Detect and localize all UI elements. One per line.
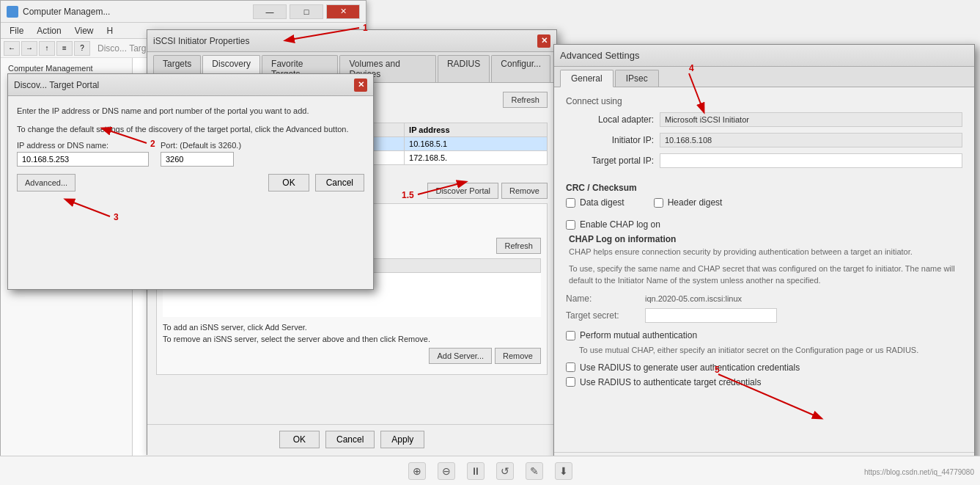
initiator-ip-label: Initiator IP: [566, 135, 654, 145]
connect-using-label: Connect using [566, 96, 962, 106]
taskbar: ⊕ ⊖ ⏸ ↺ ✎ ⬇ https://blog.csdn.net/iq_447… [0, 456, 980, 485]
discover-right-btns: OK Cancel [268, 174, 364, 192]
local-adapter-label: Local adapter: [566, 114, 654, 125]
header-digest-label: Header digest [668, 197, 723, 208]
cm-close-btn[interactable]: ✕ [326, 4, 360, 19]
cm-menu-view[interactable]: View [69, 24, 100, 37]
advanced-title: Advanced Settings [560, 50, 968, 61]
edit-btn[interactable]: ✎ [526, 462, 543, 480]
target-secret-input[interactable] [645, 308, 777, 323]
chap-logon-checkbox[interactable] [566, 220, 575, 230]
discover-text1: Enter the IP address or DNS name and por… [17, 105, 364, 117]
cm-menu-file[interactable]: File [4, 24, 29, 37]
discover-text2: To change the default settings of the di… [17, 123, 364, 136]
target-portal-ip-row: Target portal IP: [566, 153, 962, 168]
spacer [156, 381, 548, 416]
local-adapter-row: Local adapter: Microsoft iSCSI Initiator [566, 112, 962, 127]
portal-ip-2: 172.168.5. [405, 151, 548, 165]
ip-label: IP address or DNS name: [17, 141, 149, 150]
download-btn[interactable]: ⬇ [555, 462, 572, 480]
tab-radius[interactable]: RADIUS [438, 55, 490, 82]
add-server-btn[interactable]: Add Server... [429, 348, 492, 364]
radius-cred-row: Use RADIUS to generate user authenticati… [566, 362, 962, 373]
crc-section-label: CRC / Checksum [566, 183, 962, 193]
refresh-btn[interactable]: ↺ [496, 462, 514, 480]
crc-checkboxes: Data digest Header digest [566, 197, 962, 212]
isns-remove-text: To remove an iSNS server, select the ser… [163, 335, 541, 343]
port-input[interactable] [161, 152, 234, 167]
initiator-ip-value: 10.168.5.108 [660, 133, 962, 147]
mutual-auth-note: To use mutual CHAP, either specify an in… [579, 345, 962, 356]
portal-ip-1: 10.168.5.1 [405, 137, 548, 151]
iscsi-cancel-btn[interactable]: Cancel [325, 431, 375, 448]
radius-target-row: Use RADIUS to authenticate target creden… [566, 377, 962, 387]
cm-up-btn[interactable]: ↑ [39, 41, 55, 56]
chap-logon-row: Enable CHAP log on [566, 219, 962, 230]
data-digest-checkbox[interactable] [566, 198, 575, 208]
cm-list-btn[interactable]: ≡ [56, 41, 73, 56]
refresh-portals-btn[interactable]: Refresh [503, 92, 548, 108]
tab-config[interactable]: Configur... [491, 55, 550, 82]
discover-fields: IP address or DNS name: Port: (Default i… [17, 141, 364, 167]
zoom-out-btn[interactable]: ⊖ [438, 462, 455, 480]
name-row: Name: iqn.2020-05.com.iscsi:linux [566, 293, 962, 304]
cm-forward-btn[interactable]: → [21, 41, 37, 56]
isns-refresh-btn[interactable]: Refresh [496, 238, 541, 254]
mutual-auth-label: Perform mutual authentication [580, 330, 697, 340]
cm-menu-help[interactable]: H [101, 24, 119, 37]
isns-action-btns: Add Server... Remove [163, 348, 541, 364]
port-field: Port: (Default is 3260.) [161, 141, 241, 167]
name-label: Name: [566, 293, 639, 304]
discover-portal-btn[interactable]: Discover Portal [427, 183, 498, 199]
adv-tab-ipsec[interactable]: IPsec [615, 70, 659, 87]
discover-ok-btn[interactable]: OK [268, 174, 309, 192]
iscsi-ok-btn[interactable]: OK [279, 431, 320, 448]
cm-help-btn[interactable]: ? [74, 41, 90, 56]
discover-close-btn[interactable]: ✕ [354, 79, 367, 92]
radius-target-checkbox[interactable] [566, 377, 575, 387]
advanced-btn[interactable]: Advanced... [17, 174, 75, 192]
advanced-body: Connect using Local adapter: Microsoft i… [554, 87, 974, 453]
advanced-titlebar: Advanced Settings [554, 45, 974, 67]
header-digest-checkbox[interactable] [654, 198, 663, 208]
taskbar-url: https://blog.csdn.net/iq_44779080 [864, 468, 974, 476]
cm-back-btn[interactable]: ← [4, 41, 20, 56]
ip-input[interactable] [17, 152, 149, 167]
radius-cred-checkbox[interactable] [566, 362, 575, 372]
discover-body: Enter the IP address or DNS name and por… [8, 96, 373, 200]
adv-tab-general[interactable]: General [560, 70, 614, 87]
cm-menu-action[interactable]: Action [31, 24, 67, 37]
portals-col-ip: IP address [405, 123, 548, 137]
cm-maximize-btn[interactable]: □ [290, 4, 323, 19]
ip-field: IP address or DNS name: [17, 141, 149, 167]
discover-titlebar: Discov... Target Portal ✕ [8, 74, 373, 96]
iscsi-titlebar: iSCSI Initiator Properties ✕ [147, 30, 556, 52]
iscsi-footer: OK Cancel Apply [147, 424, 556, 454]
radius-target-label: Use RADIUS to authenticate target creden… [580, 377, 761, 387]
cm-minimize-btn[interactable]: — [253, 4, 287, 19]
discover-portal-dialog: Discov... Target Portal ✕ Enter the IP a… [7, 73, 374, 290]
zoom-in-btn[interactable]: ⊕ [408, 462, 426, 480]
pause-btn[interactable]: ⏸ [467, 462, 485, 480]
advanced-settings-dialog: Advanced Settings General IPsec Connect … [553, 44, 975, 484]
discover-buttons: Advanced... OK Cancel [17, 174, 364, 192]
chap-info-label: CHAP Log on information [569, 234, 962, 244]
iscsi-title: iSCSI Initiator Properties [153, 36, 533, 46]
target-secret-label: Target secret: [566, 310, 639, 321]
header-digest-row: Header digest [654, 197, 723, 208]
iscsi-close-btn[interactable]: ✕ [537, 34, 550, 48]
chap-note: CHAP helps ensure connection security by… [569, 247, 962, 258]
mutual-auth-checkbox[interactable] [566, 331, 575, 340]
cm-title: Computer Managem... [23, 7, 248, 17]
local-adapter-value: Microsoft iSCSI Initiator [660, 112, 962, 127]
initiator-ip-row: Initiator IP: 10.168.5.108 [566, 133, 962, 147]
target-portal-ip-label: Target portal IP: [566, 156, 654, 166]
mutual-auth-row: Perform mutual authentication [566, 330, 962, 340]
port-label: Port: (Default is 3260.) [161, 141, 241, 150]
cm-titlebar: Computer Managem... — □ ✕ [1, 1, 366, 23]
iscsi-apply-btn[interactable]: Apply [380, 431, 424, 448]
isns-remove-btn[interactable]: Remove [495, 348, 541, 364]
discover-cancel-btn[interactable]: Cancel [315, 174, 364, 192]
chap-logon-label: Enable CHAP log on [580, 219, 660, 230]
remove-portal-btn[interactable]: Remove [501, 183, 548, 199]
